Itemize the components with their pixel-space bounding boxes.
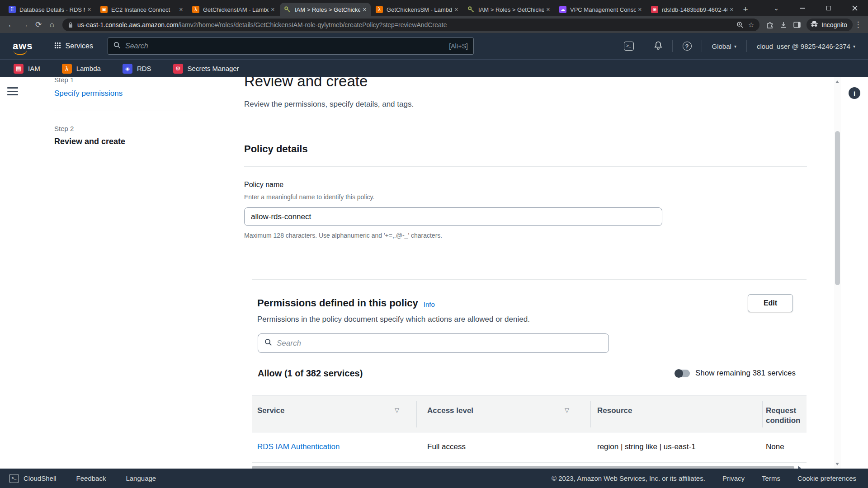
tab-lambda-getchickensiam[interactable]: λ GetChickensIAM - Lambda ✕ bbox=[188, 3, 279, 16]
region-label: Global bbox=[712, 42, 731, 50]
account-menu[interactable]: cloud_user @ 9825-4246-2374 ▾ bbox=[747, 39, 855, 53]
window-restore-button[interactable] bbox=[816, 0, 842, 16]
step2-label: Step 2 bbox=[54, 125, 190, 132]
help-button[interactable]: ? bbox=[673, 39, 702, 53]
favorite-secrets-manager[interactable]: ⚙ Secrets Manager bbox=[173, 64, 239, 74]
footer-privacy-link[interactable]: Privacy bbox=[722, 474, 745, 482]
show-remaining-toggle[interactable] bbox=[675, 370, 690, 377]
tab-close-icon[interactable]: ✕ bbox=[730, 7, 734, 13]
table-horizontal-scrollbar[interactable] bbox=[252, 466, 807, 469]
close-icon bbox=[852, 5, 858, 11]
address-bar[interactable]: us-east-1.console.aws.amazon.com /iamv2/… bbox=[62, 19, 760, 31]
tab-title: VPC Management Console bbox=[570, 6, 636, 13]
extensions-puzzle-icon[interactable] bbox=[763, 19, 777, 31]
back-button[interactable]: ← bbox=[5, 18, 18, 32]
tab-title: rds!db-1483bdb9-4602-40 bbox=[662, 6, 727, 13]
tab-close-icon[interactable]: ✕ bbox=[454, 7, 458, 13]
tab-iam-roles-2[interactable]: IAM > Roles > GetChicke ✕ bbox=[463, 3, 554, 16]
download-icon[interactable] bbox=[777, 19, 790, 31]
allow-summary-row: Allow (1 of 382 services) Show remaining… bbox=[258, 366, 796, 381]
aws-logo[interactable]: aws bbox=[13, 40, 33, 52]
footer-language[interactable]: Language bbox=[126, 474, 156, 482]
zoom-icon[interactable] bbox=[736, 21, 744, 28]
info-link[interactable]: Info bbox=[424, 300, 435, 308]
service-link[interactable]: RDS IAM Authentication bbox=[257, 442, 340, 451]
window-controls: ⌄ bbox=[763, 0, 868, 16]
url-path: /iamv2/home#/roles/details/GetChickensIA… bbox=[178, 21, 731, 28]
scrollbar-thumb[interactable] bbox=[835, 131, 840, 285]
favorite-label: RDS bbox=[137, 65, 151, 72]
side-nav-collapsed-strip bbox=[0, 77, 31, 469]
favorites-bar: ▤ IAM λ Lambda ◈ RDS ⚙ Secrets Manager bbox=[0, 59, 868, 77]
cloudshell-button[interactable]: >_ bbox=[614, 39, 644, 53]
window-minimize-button[interactable] bbox=[789, 0, 816, 16]
console-search-input[interactable] bbox=[125, 42, 449, 50]
search-shortcut-hint: [Alt+S] bbox=[449, 42, 468, 50]
scrollbar-thumb[interactable] bbox=[252, 466, 794, 469]
filter-icon[interactable]: ▽ bbox=[565, 407, 569, 413]
reload-button[interactable]: ⟳ bbox=[32, 18, 45, 32]
tab-search-icon[interactable]: ⌄ bbox=[763, 0, 789, 16]
tab-ec2-instance-connect[interactable]: ▣ EC2 Instance Connect ✕ bbox=[96, 3, 187, 16]
permissions-search-box[interactable] bbox=[258, 333, 609, 353]
help-icon: ? bbox=[683, 42, 692, 51]
window-close-button[interactable] bbox=[842, 0, 868, 16]
footer-cookie-preferences-link[interactable]: Cookie preferences bbox=[797, 474, 856, 482]
permissions-header-row: Permissions defined in this policy Info … bbox=[257, 293, 793, 313]
policy-name-input[interactable] bbox=[244, 207, 662, 226]
scroll-up-icon[interactable] bbox=[835, 80, 839, 83]
policy-name-constraint: Maximum 128 characters. Use alphanumeric… bbox=[244, 232, 442, 239]
tab-lambda-getchickenssm[interactable]: λ GetChickensSM - Lambda ✕ bbox=[372, 3, 462, 16]
browser-menu-icon[interactable]: ⋮ bbox=[853, 20, 863, 29]
column-service[interactable]: Service bbox=[257, 406, 285, 416]
copyright-text: © 2023, Amazon Web Services, Inc. or its… bbox=[552, 474, 705, 482]
new-tab-button[interactable]: + bbox=[739, 3, 752, 16]
secrets-manager-service-icon: ⚙ bbox=[173, 64, 183, 74]
footer-feedback[interactable]: Feedback bbox=[76, 474, 106, 482]
aws-console-header: aws Services [Alt+S] >_ ? Global ▾ bbox=[0, 33, 868, 59]
column-request-condition[interactable]: Request condition bbox=[766, 406, 807, 426]
account-label: cloud_user @ 9825-4246-2374 bbox=[757, 42, 850, 50]
services-menu[interactable]: Services bbox=[45, 42, 102, 51]
permissions-search-input[interactable] bbox=[277, 339, 602, 348]
permissions-section: Permissions defined in this policy Info … bbox=[252, 279, 807, 469]
home-button[interactable]: ⌂ bbox=[45, 18, 59, 32]
column-access-level[interactable]: Access level bbox=[427, 406, 473, 416]
favorite-lambda[interactable]: λ Lambda bbox=[62, 64, 101, 74]
tab-close-icon[interactable]: ✕ bbox=[271, 7, 275, 13]
forward-button[interactable]: → bbox=[18, 18, 32, 32]
region-selector[interactable]: Global ▾ bbox=[702, 39, 746, 53]
side-panel-icon[interactable] bbox=[790, 19, 804, 31]
notifications-button[interactable] bbox=[644, 39, 672, 53]
column-resource[interactable]: Resource bbox=[597, 406, 632, 416]
footer-terms-link[interactable]: Terms bbox=[762, 474, 780, 482]
tab-close-icon[interactable]: ✕ bbox=[638, 7, 642, 13]
column-divider bbox=[590, 401, 591, 427]
tab-rds-database-details[interactable]: ⠿ Database Details - RDS Ma ✕ bbox=[5, 3, 95, 16]
info-panel-icon[interactable]: i bbox=[849, 87, 860, 99]
tab-vpc-console[interactable]: ☁ VPC Management Console ✕ bbox=[555, 3, 646, 16]
url-host: us-east-1.console.aws.amazon.com bbox=[77, 21, 178, 28]
footer-cloudshell[interactable]: >_ CloudShell bbox=[9, 474, 57, 483]
tab-close-icon[interactable]: ✕ bbox=[87, 7, 91, 13]
bookmark-star-icon[interactable]: ☆ bbox=[748, 21, 754, 29]
page-scrollbar[interactable] bbox=[834, 77, 841, 469]
favorite-rds[interactable]: ◈ RDS bbox=[123, 64, 151, 74]
hamburger-menu-icon[interactable] bbox=[7, 87, 18, 95]
tab-title: GetChickensSM - Lambda bbox=[387, 6, 452, 13]
scroll-right-icon[interactable] bbox=[798, 466, 801, 469]
tab-iam-roles-active[interactable]: IAM > Roles > GetChicken ✕ bbox=[280, 3, 371, 16]
favorite-iam[interactable]: ▤ IAM bbox=[14, 64, 40, 74]
filter-icon[interactable]: ▽ bbox=[395, 407, 399, 413]
tab-close-icon[interactable]: ✕ bbox=[546, 7, 550, 13]
permissions-description: Permissions in the policy document speci… bbox=[257, 315, 530, 324]
step1-link[interactable]: Specify permissions bbox=[54, 89, 190, 98]
console-search-box[interactable]: [Alt+S] bbox=[108, 38, 474, 55]
tab-title: IAM > Roles > GetChicken bbox=[295, 6, 360, 13]
iam-key-favicon-icon bbox=[284, 6, 291, 13]
edit-button[interactable]: Edit bbox=[748, 294, 793, 312]
tab-close-icon[interactable]: ✕ bbox=[363, 7, 367, 13]
tab-secrets-rds-db[interactable]: ◉ rds!db-1483bdb9-4602-40 ✕ bbox=[647, 3, 738, 16]
tab-close-icon[interactable]: ✕ bbox=[179, 7, 183, 13]
scroll-down-icon[interactable] bbox=[835, 463, 839, 465]
